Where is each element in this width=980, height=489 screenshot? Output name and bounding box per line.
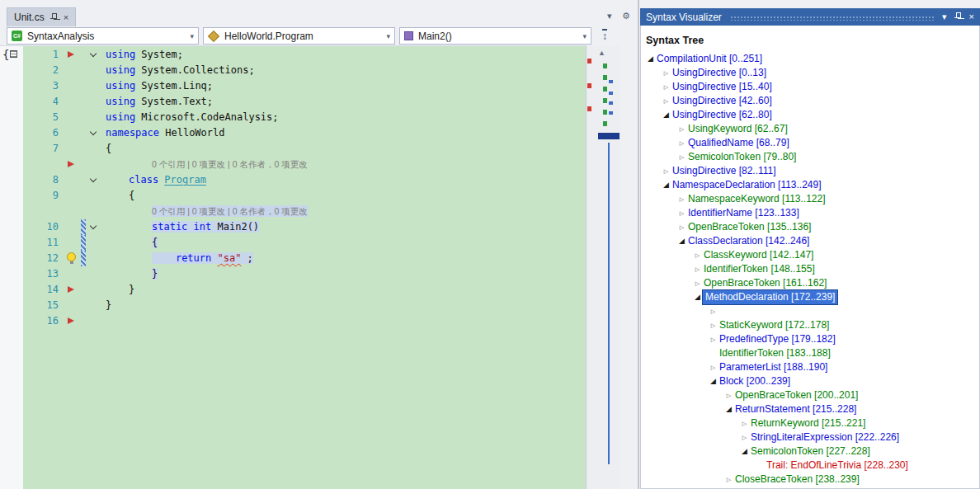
code-line[interactable]: 6namespace HelloWorld [23, 125, 586, 141]
codelens-text[interactable]: 0 个引用 | 0 项更改 | 0 名作者，0 项更改 [152, 206, 308, 216]
code-line[interactable]: 7{ [23, 141, 586, 157]
code-line[interactable]: 1using System; [23, 47, 586, 63]
type-dropdown[interactable]: HelloWorld.Program ▾ [203, 27, 395, 45]
code-line[interactable]: 3using System.Linq; [23, 78, 586, 94]
code-line[interactable]: 13} [23, 266, 586, 282]
expander-icon[interactable]: ▷ [676, 122, 687, 136]
expander-icon[interactable]: ▷ [723, 473, 734, 487]
tree-node[interactable]: ◢UsingDirective [62..80] [641, 108, 979, 122]
code-line[interactable]: 10static int Main2() [23, 219, 586, 235]
tree-node[interactable]: ▷UsingDirective [0..13] [641, 66, 979, 80]
tree-node[interactable]: ◢ReturnStatement [215..228] [641, 402, 979, 416]
expander-icon[interactable]: ▷ [708, 304, 719, 318]
chevron-down-icon[interactable]: ▾ [582, 32, 587, 40]
expander-icon[interactable]: ▷ [708, 360, 719, 374]
tree-node[interactable]: ◢MethodDeclaration [172..239] [641, 290, 979, 304]
expander-icon[interactable]: ◢ [739, 444, 750, 458]
expander-icon[interactable]: ◢ [661, 108, 671, 122]
tree-node[interactable]: ▷IdentifierName [123..133] [641, 206, 979, 220]
lightbulb-icon[interactable] [67, 252, 76, 261]
tree-node[interactable]: ◢SemicolonToken [227..228] [641, 444, 979, 458]
tree-node[interactable]: ▷UsingDirective [82..111] [641, 164, 979, 178]
expander-icon[interactable]: ◢ [645, 52, 656, 66]
scrollbar-thumb[interactable] [598, 133, 620, 139]
tree-node[interactable]: ▷OpenBraceToken [200..201] [641, 388, 979, 402]
tree-node[interactable]: ▷PredefinedType [179..182] [641, 332, 979, 346]
expander-icon[interactable]: ▷ [692, 262, 703, 276]
code-editor[interactable]: { 1using System;2using System.Collection… [0, 45, 586, 489]
panel-splitter[interactable] [638, 0, 639, 489]
collapse-chevron-icon[interactable] [90, 129, 97, 135]
tree-node[interactable]: ◢CompilationUnit [0..251] [641, 52, 979, 66]
tree-node[interactable]: ▷StringLiteralExpression [222..226] [641, 430, 979, 444]
tree-node[interactable]: ▷CloseBraceToken [238..239] [641, 473, 979, 487]
expander-icon[interactable]: ▷ [692, 276, 703, 290]
tree-node[interactable]: ▷UsingKeyword [62..67] [641, 122, 979, 136]
code-line[interactable]: 12 return "sa" ; [23, 251, 586, 266]
gear-icon[interactable]: ⚙ [622, 11, 630, 21]
tree-node[interactable]: ▷ [641, 304, 979, 318]
tree-node[interactable]: ▷OpenBraceToken [135..136] [641, 220, 979, 234]
close-icon[interactable]: × [64, 13, 68, 22]
project-dropdown[interactable]: C# SyntaxAnalysis ▾ [7, 27, 199, 45]
tree-node[interactable]: ▷ReturnKeyword [215..221] [641, 416, 979, 430]
tree-node[interactable]: ▷QualifiedName [68..79] [641, 136, 979, 150]
document-tab-unit-cs[interactable]: Unit.cs × [7, 7, 76, 26]
expander-icon[interactable]: ▷ [723, 388, 734, 402]
codelens-line[interactable]: 0 个引用 | 0 项更改 | 0 名作者，0 项更改 [23, 157, 586, 172]
expander-icon[interactable]: ▷ [708, 318, 719, 332]
code-line[interactable]: 9{ [23, 188, 586, 204]
tree-node[interactable]: Trail: EndOfLineTrivia [228..230] [641, 458, 979, 473]
expander-icon[interactable]: ◢ [692, 290, 703, 304]
tree-node[interactable]: ▷ClassKeyword [142..147] [641, 248, 979, 262]
tree-node[interactable]: ▷NamespaceKeyword [113..122] [641, 192, 979, 206]
tree-node[interactable]: ▷OpenBraceToken [161..162] [641, 276, 979, 290]
collapse-chevron-icon[interactable] [90, 50, 97, 57]
tree-node[interactable]: ◢ClassDeclaration [142..246] [641, 234, 979, 248]
code-line[interactable]: 4using System.Text; [23, 94, 586, 110]
member-dropdown[interactable]: Main2() ▾ [399, 27, 591, 45]
expander-icon[interactable]: ▷ [692, 248, 703, 262]
code-line[interactable]: 15} [23, 298, 586, 313]
code-line[interactable]: 11{ [23, 235, 586, 251]
vertical-scrollbar[interactable]: ▲ [586, 45, 620, 489]
expander-icon[interactable]: ▷ [676, 150, 687, 164]
tree-node[interactable]: ◢NamespaceDeclaration [113..249] [641, 178, 979, 192]
expander-icon[interactable]: ▷ [661, 66, 671, 80]
collapse-chevron-icon[interactable] [90, 223, 97, 229]
codelens-text[interactable]: 0 个引用 | 0 项更改 | 0 名作者，0 项更改 [152, 159, 308, 169]
tool-window-title-bar[interactable]: Syntax Visualizer ▾ × [640, 8, 980, 26]
code-line[interactable]: 16 [23, 313, 586, 329]
code-line[interactable]: 5using Microsoft.CodeAnalysis; [23, 110, 586, 125]
expander-icon[interactable]: ▷ [676, 206, 687, 220]
code-line[interactable]: 14} [23, 282, 586, 298]
expander-icon[interactable]: ◢ [676, 234, 687, 248]
tree-node[interactable]: ▷SemicolonToken [79..80] [641, 150, 979, 164]
tree-node[interactable]: IdentifierToken [183..188] [641, 346, 979, 360]
code-line[interactable]: 8class Program [23, 172, 586, 188]
tree-node[interactable]: ▷UsingDirective [42..60] [641, 94, 979, 108]
expander-icon[interactable]: ▷ [661, 80, 671, 94]
tree-node[interactable]: ▷StaticKeyword [172..178] [641, 318, 979, 332]
expander-icon[interactable]: ▷ [739, 430, 750, 444]
tree-node[interactable]: ◢Block [200..239] [641, 374, 979, 388]
expander-icon[interactable]: ▷ [739, 416, 750, 430]
pin-icon[interactable] [50, 13, 58, 22]
expander-icon[interactable]: ▷ [676, 192, 687, 206]
window-position-chevron-icon[interactable]: ▾ [942, 12, 947, 21]
tree-node[interactable]: ▷IdentifierToken [148..155] [641, 262, 979, 276]
chevron-down-icon[interactable]: ▾ [386, 32, 390, 40]
expander-icon[interactable]: ◢ [708, 374, 719, 388]
collapse-chevron-icon[interactable] [90, 176, 97, 182]
tree-node[interactable]: ▷ParameterList [188..190] [641, 360, 979, 374]
split-window-handle-icon[interactable]: ↕ [602, 29, 607, 42]
expander-icon[interactable]: ◢ [661, 178, 671, 192]
window-menu-chevron-icon[interactable]: ▾ [607, 11, 612, 21]
tree-node[interactable]: ▷UsingDirective [15..40] [641, 80, 979, 94]
chevron-down-icon[interactable]: ▾ [190, 32, 194, 40]
expander-icon[interactable]: ▷ [708, 332, 719, 346]
expander-icon[interactable]: ◢ [723, 402, 734, 416]
scroll-up-arrow-icon[interactable]: ▲ [598, 49, 605, 57]
close-icon[interactable]: × [969, 12, 974, 21]
pin-icon[interactable] [954, 12, 962, 21]
